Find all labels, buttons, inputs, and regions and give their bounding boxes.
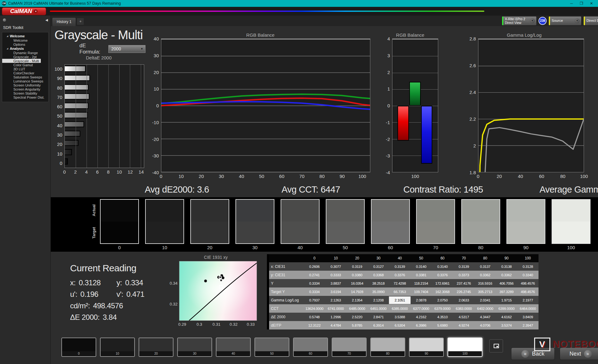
table-cell[interactable]: 0.3139 [453,265,475,268]
table-cell[interactable]: 2.1977 [517,298,539,302]
pattern-level-60[interactable]: 60 [293,338,328,357]
table-cell[interactable]: 397.3289 [496,290,517,294]
table-cell[interactable]: 14.7928 [346,290,368,294]
pattern-level-10[interactable]: 10 [100,338,135,357]
table-cell[interactable]: 0.3077 [325,265,347,268]
table-cell[interactable]: 0.3138 [496,265,517,268]
pattern-level-100[interactable]: 100 [448,338,482,357]
source-dropdown[interactable]: Source ▼ [548,16,581,26]
table-cell[interactable]: 0.2741 [304,273,325,277]
table-cell[interactable]: 226.2745 [453,290,475,294]
table-cell[interactable]: 6.5304 [389,324,411,327]
table-cell[interactable]: 5.6980 [432,324,453,327]
tree-group-welcome[interactable]: ◢Welcome [2,34,48,38]
sidebar-item-color-gamut[interactable]: Color Gamut [2,63,48,67]
sidebar-collapse-icon[interactable]: ◀ [45,18,48,22]
table-cell[interactable]: 13624.0000 [304,307,325,310]
table-cell[interactable]: 0.3376 [432,273,453,277]
table-cell[interactable]: 16.0354 [346,282,368,285]
pattern-level-0[interactable]: 0 [61,338,96,357]
table-cell[interactable]: 162.3068 [432,290,453,294]
table-cell[interactable]: 6379.0000 [432,307,453,310]
table-cell[interactable]: 172.6961 [432,282,453,285]
table-cell[interactable]: 4.5317 [453,315,475,319]
table-cell[interactable]: 6485.0000 [346,307,368,310]
minimize-icon[interactable]: ─ [569,1,574,6]
table-cell[interactable]: 0.7937 [304,298,325,302]
table-cell[interactable]: 2.0878 [411,298,432,302]
table-cell[interactable]: 0.3368 [368,273,389,277]
table-cell[interactable]: 6377.0000 [411,307,432,310]
sidebar-item-grayscale-multi[interactable]: Grayscale - Multi [2,59,41,63]
table-cell[interactable]: 6.3914 [368,324,389,327]
table-cell[interactable]: 2.0750 [432,298,453,302]
tree-expander-icon[interactable]: ◢ [7,47,8,50]
table-cell[interactable]: 3.6194 [325,290,347,294]
table-cell[interactable]: 4.2162 [411,315,432,319]
table-cell[interactable]: 0.3362 [474,273,496,277]
pattern-level-90[interactable]: 90 [409,338,444,357]
add-tab-button[interactable]: + [77,18,84,25]
maximize-icon[interactable]: ❐ [579,1,584,6]
table-cell[interactable]: 6383.0000 [453,307,475,310]
table-cell[interactable]: 2.5220 [346,315,368,319]
table-cell[interactable]: 2.8471 [368,315,389,319]
table-cell[interactable]: 0.3128 [517,265,539,268]
back-button[interactable]: « Back [511,348,555,360]
sidebar-item-spectral-power-dist[interactable]: Spectral Power Dist. [2,95,48,99]
table-cell[interactable]: 0.3119 [346,265,368,268]
table-cell[interactable]: 0.2606 [304,265,325,268]
tab-history-1[interactable]: History 1 [52,17,76,26]
sidebar-item-screen-angularity[interactable]: Screen Angularity [2,87,48,91]
sidebar-item-3d-lut[interactable]: 3D LUT [2,67,48,71]
table-cell[interactable]: 1.2996 [325,315,347,319]
table-cell[interactable]: 4.3447 [474,315,496,319]
table-cell[interactable]: 118.2154 [411,282,432,285]
tree-group-analysis[interactable]: ◢Analysis [2,46,48,51]
pattern-level-20[interactable]: 20 [139,338,173,357]
table-cell[interactable]: 35.0990 [368,290,389,294]
table-cell[interactable]: 6385.0000 [389,307,411,310]
calman-menu-button[interactable]: CalMAN ▼ [2,7,46,15]
pattern-level-70[interactable]: 70 [332,338,367,357]
sidebar-item-dynamic-range[interactable]: Dynamic Range [2,51,48,55]
workflow-radio-icon[interactable] [2,18,7,22]
next-button[interactable]: Next » [560,348,598,360]
table-cell[interactable]: 0.3362 [496,273,517,277]
table-cell[interactable]: 6451.0000 [368,307,389,310]
table-cell[interactable]: 498.4576 [517,282,539,285]
table-cell[interactable]: 0.3380 [346,273,368,277]
sidebar-item-welcome[interactable]: Welcome [2,38,48,42]
table-cell[interactable]: 0.3140 [411,265,432,268]
sidebar-item-screen-uniformity[interactable]: Screen Uniformity [2,83,48,87]
sidebar-item-saturation-sweeps[interactable]: Saturation Sweeps [2,75,48,79]
table-cell[interactable]: 406.7056 [496,282,517,285]
de-formula-select[interactable]: 2000 ▼ [108,45,145,53]
table-cell[interactable]: 6402.0000 [474,307,496,310]
table-cell[interactable]: 6399.0000 [496,307,517,310]
pattern-window-button[interactable] [489,339,503,352]
table-cell[interactable]: 3.8409 [517,315,539,319]
table-cell[interactable]: 316.5916 [474,282,496,285]
sidebar-item-grayscale-2pt[interactable]: Grayscale - 2pt [2,55,48,59]
pattern-level-30[interactable]: 30 [177,338,212,357]
table-cell[interactable]: 2.1263 [325,298,347,302]
table-cell[interactable]: 498.4576 [517,290,539,294]
table-cell[interactable]: 4.4784 [325,324,347,327]
table-cell[interactable]: 2.3947 [517,324,539,327]
pattern-level-50[interactable]: 50 [254,338,289,357]
table-cell[interactable]: 237.4176 [453,282,475,285]
table-cell[interactable]: 0.3340 [517,273,539,277]
table-cell[interactable]: 2.0341 [474,298,496,302]
table-cell[interactable]: 2.1208 [368,298,389,302]
table-cell[interactable]: 0.3334 [304,290,325,294]
table-cell[interactable]: 109.7404 [411,290,432,294]
table-cell[interactable]: 0.3137 [474,265,496,268]
table-cell[interactable]: 3.5374 [496,324,517,327]
table-cell[interactable]: 4.0706 [474,324,496,327]
sidebar-item-colorchecker[interactable]: ColorChecker [2,71,48,75]
table-cell[interactable]: 0.5748 [304,315,325,319]
sidebar-item-screen-stability[interactable]: Screen Stability [2,91,48,95]
display-control-dropdown[interactable]: Direct Display Control ▼ [583,16,598,26]
table-cell[interactable]: 12.3122 [304,324,325,327]
